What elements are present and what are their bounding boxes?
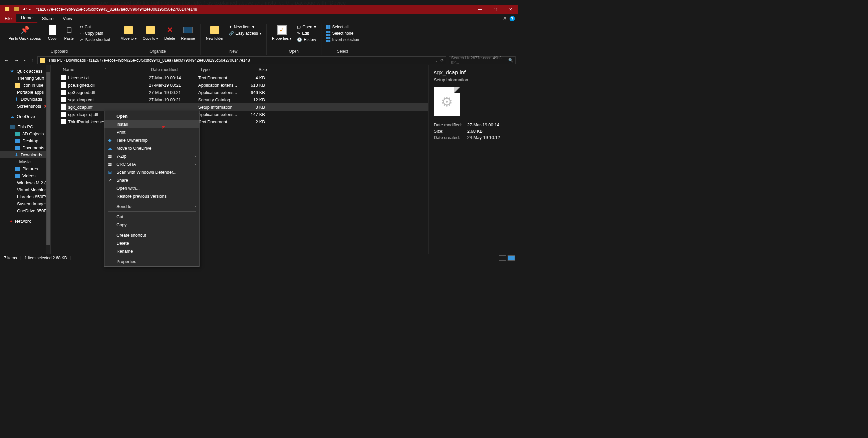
breadcrumb[interactable]: Downloads [66, 58, 86, 63]
new-item-button[interactable]: ✦New item ▾ [227, 24, 263, 30]
label: OneDrive [17, 114, 35, 119]
sidebar-item[interactable]: Libraries 850EVO [0, 193, 51, 200]
sidebar-item[interactable]: System Images H [0, 200, 51, 207]
sidebar-item[interactable]: Pictures [0, 165, 51, 172]
properties-button[interactable]: ✓Properties ▾ [270, 24, 294, 41]
ctx-restore-versions[interactable]: Restore previous versions [104, 192, 199, 200]
move-to-button[interactable]: Move to ▾ [119, 24, 138, 41]
ctx-take-ownership[interactable]: ◆Take Ownership [104, 136, 199, 144]
ctx-install[interactable]: Install [104, 120, 199, 128]
file-type: Setup Information [198, 105, 242, 110]
column-type[interactable]: Type [200, 67, 244, 72]
ctx-send-to[interactable]: Send to› [104, 202, 199, 210]
ctx-rename[interactable]: Rename [104, 247, 199, 255]
ctx-copy[interactable]: Copy [104, 221, 199, 229]
sidebar-item[interactable]: Documents [0, 144, 51, 151]
tab-home[interactable]: Home [17, 14, 37, 23]
breadcrumb[interactable]: This PC [49, 58, 63, 63]
tab-file[interactable]: File [0, 14, 17, 23]
sidebar-item-network[interactable]: ●Network [0, 218, 51, 225]
up-button[interactable]: ↑ [30, 58, 35, 63]
ctx-move-onedrive[interactable]: ☁Move to OneDrive [104, 144, 199, 152]
scrollbar-thumb[interactable] [46, 72, 50, 245]
refresh-icon[interactable]: ⟳ [440, 58, 444, 63]
sidebar-item[interactable]: ⬇Downloads [0, 96, 51, 103]
collapse-ribbon-icon[interactable]: ᐱ [503, 16, 506, 21]
file-row[interactable]: sgx_dcap.infSetup Information3 KB [61, 103, 428, 111]
maximize-button[interactable]: ▢ [488, 5, 503, 14]
ctx-properties[interactable]: Properties [104, 257, 199, 265]
back-button[interactable]: ← [3, 58, 10, 63]
scrollbar[interactable] [46, 65, 51, 261]
ctx-create-shortcut[interactable]: Create shortcut [104, 231, 199, 239]
column-size[interactable]: Size [244, 67, 270, 72]
invert-selection-button[interactable]: Invert selection [325, 37, 361, 43]
breadcrumb[interactable]: f1a2677e-ecce-49bf-926e-c5f5cdfc9943_81e… [89, 58, 250, 63]
copy-to-button[interactable]: Copy to ▾ [141, 24, 160, 41]
separator [108, 211, 196, 212]
cut-button[interactable]: ✂Cut [79, 24, 112, 30]
ribbon-group-clipboard: 📌 Pin to Quick access Copy Paste ✂Cut ▭C… [3, 24, 115, 55]
open-button[interactable]: ▢Open ▾ [296, 24, 317, 30]
column-date[interactable]: Date modified [151, 67, 200, 72]
ctx-7zip[interactable]: ▦7-Zip› [104, 152, 199, 160]
sidebar-item-onedrive[interactable]: ☁OneDrive [0, 113, 51, 120]
copy-path-button[interactable]: ▭Copy path [79, 30, 112, 36]
sidebar-item-downloads[interactable]: ⬇Downloads [0, 151, 51, 158]
history-dropdown-icon[interactable]: ⌄ [434, 58, 438, 63]
tab-share[interactable]: Share [37, 14, 58, 23]
view-icons-button[interactable] [507, 255, 515, 261]
select-none-button[interactable]: Select none [325, 30, 361, 36]
separator [35, 7, 35, 12]
sidebar-item-quickaccess[interactable]: ★Quick access [0, 67, 51, 75]
sidebar-item[interactable]: 3D Objects [0, 130, 51, 137]
ctx-delete[interactable]: Delete [104, 239, 199, 247]
sidebar-item[interactable]: Screenshots📌 [0, 103, 51, 110]
tab-view[interactable]: View [58, 14, 77, 23]
file-row[interactable]: pce.signed.dll27-Mar-19 00:21Application… [61, 81, 428, 89]
ctx-open-with[interactable]: Open with... [104, 184, 199, 192]
pin-quick-access-button[interactable]: 📌 Pin to Quick access [7, 24, 43, 41]
sidebar-item[interactable]: ♪Music [0, 158, 51, 165]
paste-shortcut-button[interactable]: ↗Paste shortcut [79, 37, 112, 43]
easy-access-button[interactable]: 🔗Easy access ▾ [227, 30, 263, 36]
address-bar[interactable]: › This PC › Downloads › f1a2677e-ecce-49… [37, 56, 446, 64]
sidebar-item-thispc[interactable]: This PC [0, 123, 51, 130]
view-details-button[interactable] [499, 255, 506, 261]
sidebar-item[interactable]: Portable apps📌 [0, 89, 51, 96]
recent-button[interactable]: ▾ [23, 58, 27, 62]
help-icon[interactable]: ? [509, 16, 515, 21]
separator [13, 7, 13, 12]
file-row[interactable]: License.txt27-Mar-19 00:14Text Document4… [61, 74, 428, 81]
ctx-cut[interactable]: Cut [104, 213, 199, 221]
sidebar-item[interactable]: Desktop [0, 137, 51, 144]
delete-button[interactable]: ✕Delete [162, 24, 177, 41]
paste-button[interactable]: Paste [62, 24, 76, 41]
column-name[interactable]: Name˄ [61, 67, 151, 72]
forward-button[interactable]: → [13, 58, 20, 63]
history-button[interactable]: 🕑History [296, 37, 317, 43]
search-input[interactable]: Search f1a2677e-ecce-49bf-92... 🔍 [449, 56, 516, 64]
copy-button[interactable]: Copy [45, 24, 60, 41]
sidebar-item[interactable]: Videos [0, 172, 51, 179]
ctx-open[interactable]: Open [104, 112, 199, 120]
edit-button[interactable]: ✎Edit [296, 30, 317, 36]
chevron-down-icon[interactable]: ▾ [29, 8, 31, 11]
file-row[interactable]: qe3.signed.dll27-Mar-19 00:21Application… [61, 89, 428, 96]
sidebar-item[interactable]: Theming Stuff📌 [0, 75, 51, 82]
file-row[interactable]: sgx_dcap.cat27-Mar-19 00:21Security Cata… [61, 96, 428, 103]
ctx-share[interactable]: ↗Share [104, 176, 199, 184]
undo-icon[interactable]: ↶ [23, 7, 27, 12]
sidebar-item[interactable]: OneDrive 850EVO [0, 207, 51, 214]
new-folder-button[interactable]: New folder [204, 24, 226, 41]
ctx-defender[interactable]: ⊞Scan with Windows Defender... [104, 168, 199, 176]
sidebar-item[interactable]: Virtual Machines [0, 186, 51, 193]
sidebar-item[interactable]: Icon in use [0, 82, 51, 89]
minimize-button[interactable]: — [472, 5, 488, 14]
ctx-print[interactable]: Print [104, 128, 199, 136]
select-all-button[interactable]: Select all [325, 24, 361, 30]
sidebar-item[interactable]: Windows M.2 (C: [0, 179, 51, 186]
rename-button[interactable]: Rename [179, 24, 197, 41]
ctx-crc[interactable]: ▦CRC SHA› [104, 160, 199, 168]
close-button[interactable]: ✕ [503, 5, 518, 14]
